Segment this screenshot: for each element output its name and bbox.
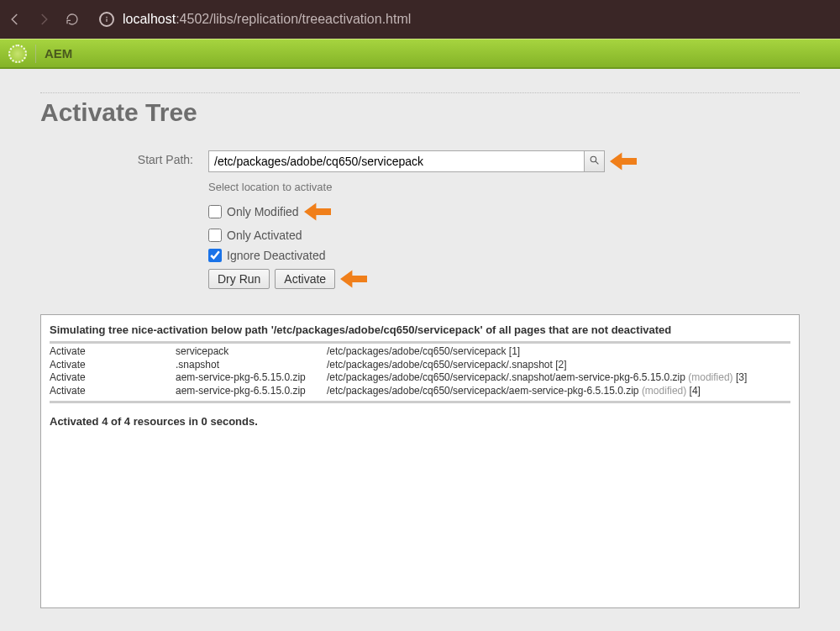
activate-button[interactable]: Activate xyxy=(275,269,335,289)
browse-path-button[interactable] xyxy=(585,150,605,172)
result-index: [1] xyxy=(509,345,520,357)
nav-back-button[interactable] xyxy=(7,11,24,28)
result-path: /etc/packages/adobe/cq650/servicepack [1… xyxy=(327,345,790,359)
table-row: Activateaem-service-pkg-6.5.15.0.zip/etc… xyxy=(50,385,790,398)
url-bar[interactable]: localhost:4502/libs/replication/treeacti… xyxy=(99,12,411,27)
result-index: [4] xyxy=(690,385,701,397)
start-path-label: Start Path: xyxy=(40,150,208,166)
results-summary: Activated 4 of 4 resources in 0 seconds. xyxy=(50,415,790,428)
result-path: /etc/packages/adobe/cq650/servicepack/ae… xyxy=(327,385,790,398)
results-heading: Simulating tree nice-activation below pa… xyxy=(50,323,790,344)
result-name: .snapshot xyxy=(176,359,327,372)
table-row: Activateservicepack/etc/packages/adobe/c… xyxy=(50,345,790,359)
annotation-arrow-icon xyxy=(304,202,331,222)
results-table: Activateservicepack/etc/packages/adobe/c… xyxy=(50,345,790,397)
magnifier-icon xyxy=(589,155,600,168)
dry-run-button[interactable]: Dry Run xyxy=(208,269,270,289)
result-action: Activate xyxy=(50,371,176,385)
app-name: AEM xyxy=(45,46,72,60)
start-path-input[interactable] xyxy=(208,150,585,172)
ignore-deactivated-checkbox[interactable] xyxy=(208,249,222,262)
modified-badge: (modified) xyxy=(642,385,690,397)
header-divider xyxy=(35,45,36,63)
url-path: /libs/replication/treeactivation.html xyxy=(209,12,411,26)
nav-reload-button[interactable] xyxy=(64,11,81,28)
help-text: Select location to activate xyxy=(208,181,800,193)
only-modified-label[interactable]: Only Modified xyxy=(227,205,299,218)
aem-logo-icon[interactable] xyxy=(8,45,27,63)
annotation-arrow-icon xyxy=(610,151,637,171)
result-action: Activate xyxy=(50,385,176,398)
results-panel: Simulating tree nice-activation below pa… xyxy=(40,314,800,608)
only-activated-label[interactable]: Only Activated xyxy=(227,229,302,242)
result-index: [2] xyxy=(555,359,566,371)
svg-point-2 xyxy=(591,156,596,162)
svg-rect-1 xyxy=(106,18,107,22)
result-name: aem-service-pkg-6.5.15.0.zip xyxy=(176,385,327,398)
app-header: AEM xyxy=(0,39,840,69)
results-rule xyxy=(50,401,790,403)
nav-forward-button[interactable] xyxy=(35,11,52,28)
result-name: servicepack xyxy=(176,345,327,359)
url-port: :4502 xyxy=(176,12,209,26)
result-name: aem-service-pkg-6.5.15.0.zip xyxy=(176,371,327,385)
browser-chrome: localhost:4502/libs/replication/treeacti… xyxy=(0,0,840,39)
table-row: Activateaem-service-pkg-6.5.15.0.zip/etc… xyxy=(50,371,790,385)
url-host: localhost xyxy=(123,12,176,26)
svg-line-3 xyxy=(596,161,598,164)
result-action: Activate xyxy=(50,345,176,359)
title-rule xyxy=(40,92,800,93)
site-info-icon[interactable] xyxy=(99,12,114,27)
result-path: /etc/packages/adobe/cq650/servicepack/.s… xyxy=(327,371,790,385)
modified-badge: (modified) xyxy=(688,371,736,383)
result-index: [3] xyxy=(736,371,747,383)
table-row: Activate.snapshot/etc/packages/adobe/cq6… xyxy=(50,359,790,372)
only-modified-checkbox[interactable] xyxy=(208,205,222,218)
svg-point-0 xyxy=(106,17,108,18)
url-text: localhost:4502/libs/replication/treeacti… xyxy=(123,12,411,27)
only-activated-checkbox[interactable] xyxy=(208,229,222,242)
result-path: /etc/packages/adobe/cq650/servicepack/.s… xyxy=(327,359,790,372)
page-title: Activate Tree xyxy=(40,98,800,127)
result-action: Activate xyxy=(50,359,176,372)
ignore-deactivated-label[interactable]: Ignore Deactivated xyxy=(227,249,326,262)
annotation-arrow-icon xyxy=(340,269,367,289)
